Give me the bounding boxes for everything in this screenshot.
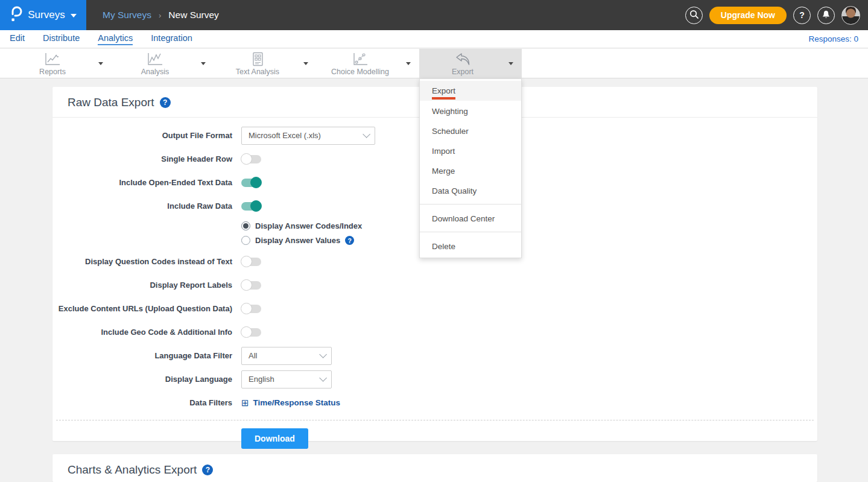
toggle-knob: [250, 177, 262, 188]
display-language-row: Display Language English: [52, 370, 817, 388]
toggle-knob: [241, 256, 252, 267]
tab-analytics[interactable]: Analytics: [98, 33, 133, 45]
charts-export-header: Charts & Analytics Export ?: [52, 454, 817, 482]
breadcrumb-my-surveys[interactable]: My Surveys: [103, 10, 151, 21]
text-analysis-icon: [250, 52, 265, 66]
reports-dropdown-caret[interactable]: [98, 62, 103, 65]
language-filter-row: Language Data Filter All: [52, 346, 817, 365]
display-language-select[interactable]: English: [241, 370, 332, 388]
output-format-select[interactable]: Microsoft Excel (.xls): [241, 127, 375, 145]
choice-modelling-dropdown-caret[interactable]: [406, 62, 411, 65]
toolbar-item-analysis[interactable]: Analysis: [112, 49, 214, 78]
toolbar-item-reports[interactable]: Reports: [9, 49, 112, 78]
breadcrumb: My Surveys › New Survey: [103, 10, 219, 21]
responses-count: Responses: 0: [808, 34, 858, 43]
time-response-status-link[interactable]: ⊞ Time/Response Status: [241, 398, 340, 407]
survey-tabs: Edit Distribute Analytics Integration: [10, 33, 192, 45]
output-format-label: Output File Format: [52, 131, 232, 140]
upgrade-now-button[interactable]: Upgrade Now: [709, 7, 787, 24]
top-bar: Surveys My Surveys › New Survey Upgrade …: [0, 0, 868, 30]
radio-button[interactable]: [241, 221, 250, 230]
menu-divider: [420, 232, 521, 232]
download-row: Download: [52, 420, 817, 449]
raw-data-toggle[interactable]: [241, 202, 261, 211]
search-icon: [689, 9, 699, 21]
breadcrumb-separator-icon: ›: [159, 11, 161, 20]
chevron-down-icon: [319, 350, 327, 358]
exclude-urls-row: Exclude Content URLs (Upload Question Da…: [52, 299, 817, 318]
question-codes-toggle[interactable]: [241, 258, 261, 266]
geo-code-row: Include Geo Code & Additional Info: [52, 323, 817, 341]
export-arrow-icon: [454, 52, 472, 66]
charts-analytics-export-card: Charts & Analytics Export ?: [52, 454, 817, 482]
raw-export-title: Raw Data Export: [68, 96, 154, 109]
menu-divider: [420, 204, 521, 205]
menu-item-merge[interactable]: Merge: [420, 160, 521, 180]
report-labels-row: Display Report Labels: [52, 276, 817, 294]
report-labels-toggle[interactable]: [241, 281, 261, 290]
choice-modelling-icon: [352, 52, 369, 66]
tab-edit[interactable]: Edit: [10, 33, 25, 45]
menu-item-data-quality[interactable]: Data Quality: [420, 180, 521, 200]
plus-square-icon: ⊞: [241, 398, 249, 407]
topbar-actions: Upgrade Now ?: [685, 0, 860, 30]
chevron-down-icon: [71, 14, 77, 17]
toggle-knob: [250, 200, 262, 212]
toolbar-item-text-analysis[interactable]: Text Analysis: [214, 49, 317, 78]
menu-item-export[interactable]: Export: [420, 81, 521, 101]
analysis-chart-icon: [146, 52, 164, 66]
answer-codes-option[interactable]: Display Answer Codes/Index: [241, 221, 362, 230]
analytics-toolbar: Reports Analysis: [0, 49, 868, 78]
answer-values-help-icon[interactable]: ?: [345, 236, 354, 245]
export-dropdown-menu: Export Weighting Scheduler Import Merge …: [419, 78, 522, 258]
download-button[interactable]: Download: [241, 428, 308, 449]
single-header-toggle[interactable]: [241, 155, 261, 163]
search-button[interactable]: [685, 7, 703, 24]
radio-button[interactable]: [241, 236, 250, 245]
chevron-down-icon: [363, 130, 370, 138]
data-filters-row: Data Filters ⊞ Time/Response Status: [52, 393, 817, 412]
toolbar-label: Reports: [39, 68, 66, 76]
reports-chart-icon: [43, 52, 62, 66]
user-avatar[interactable]: [841, 6, 860, 25]
open-ended-toggle[interactable]: [241, 179, 261, 187]
geo-code-toggle[interactable]: [241, 328, 261, 337]
tab-integration[interactable]: Integration: [151, 33, 192, 45]
toolbar-item-export[interactable]: Export: [419, 49, 522, 78]
toolbar-item-choice-modelling[interactable]: Choice Modelling: [317, 49, 419, 78]
menu-item-scheduler[interactable]: Scheduler: [420, 121, 521, 141]
product-switcher[interactable]: Surveys: [0, 0, 86, 30]
survey-tabs-bar: Edit Distribute Analytics Integration Re…: [0, 30, 868, 48]
output-format-value: Microsoft Excel (.xls): [249, 131, 321, 140]
notifications-button[interactable]: [817, 7, 835, 24]
chevron-down-icon: [319, 374, 327, 382]
toggle-knob: [241, 279, 252, 291]
menu-item-import[interactable]: Import: [420, 141, 521, 160]
question-mark-icon: ?: [799, 10, 805, 20]
toggle-knob: [241, 303, 252, 314]
answer-values-option[interactable]: Display Answer Values ?: [241, 236, 362, 245]
toolbar-label: Text Analysis: [236, 68, 279, 76]
answer-display-radio-group: Display Answer Codes/Index Display Answe…: [241, 220, 362, 247]
help-button[interactable]: ?: [793, 7, 811, 24]
charts-export-help-icon[interactable]: ?: [202, 465, 213, 475]
raw-export-help-icon[interactable]: ?: [160, 97, 171, 108]
menu-item-label: Export: [432, 86, 455, 100]
toolbar-label: Analysis: [141, 68, 169, 76]
menu-item-download-center[interactable]: Download Center: [420, 208, 521, 228]
menu-item-weighting[interactable]: Weighting: [420, 101, 521, 121]
toolbar-label: Choice Modelling: [331, 68, 389, 76]
toggle-knob: [241, 153, 252, 165]
charts-export-title: Charts & Analytics Export: [68, 463, 197, 477]
bell-icon: [822, 10, 831, 21]
language-filter-select[interactable]: All: [241, 347, 332, 365]
toggle-knob: [241, 326, 252, 338]
menu-item-delete[interactable]: Delete: [420, 236, 521, 256]
text-analysis-dropdown-caret[interactable]: [303, 62, 308, 65]
tab-distribute[interactable]: Distribute: [43, 33, 80, 45]
exclude-urls-toggle[interactable]: [241, 305, 261, 313]
analysis-dropdown-caret[interactable]: [201, 62, 206, 65]
export-dropdown-caret[interactable]: [508, 62, 513, 65]
toolbar-label: Export: [452, 68, 474, 76]
product-label: Surveys: [28, 9, 65, 21]
